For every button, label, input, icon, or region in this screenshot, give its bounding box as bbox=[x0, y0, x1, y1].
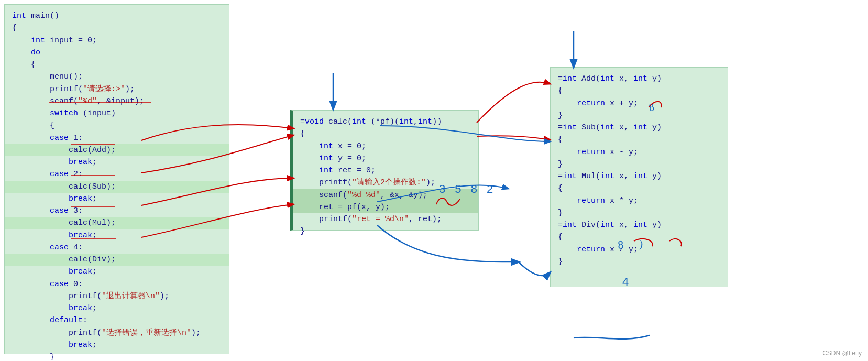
code-line: return x * y; bbox=[558, 195, 720, 207]
calc-code-panel: =void calc(int (*pf)(int,int)) { int x =… bbox=[290, 110, 479, 231]
code-line: calc(Mul); bbox=[5, 217, 229, 229]
code-line: int main() bbox=[12, 10, 222, 22]
code-line: scanf("%d %d", &x, &y); bbox=[293, 189, 478, 201]
code-line: do bbox=[12, 47, 222, 59]
code-line: printf("退出计算器\n"); bbox=[12, 290, 222, 302]
code-line: ret = pf(x, y); bbox=[293, 201, 478, 213]
code-line: } bbox=[558, 110, 720, 122]
code-line: int x = 0; bbox=[300, 140, 471, 152]
code-line: } bbox=[558, 207, 720, 219]
watermark: CSDN @Letiy bbox=[822, 349, 862, 357]
code-line: break; bbox=[12, 193, 222, 205]
code-line: { bbox=[558, 182, 720, 194]
code-line: =void calc(int (*pf)(int,int)) bbox=[300, 116, 471, 128]
code-line: { bbox=[558, 134, 720, 146]
code-line: break; bbox=[12, 339, 222, 351]
code-line: =int Add(int x, int y) bbox=[558, 73, 720, 85]
code-line: calc(Div); bbox=[5, 254, 229, 266]
funcs-code-panel: =int Add(int x, int y) { return x + y; }… bbox=[550, 67, 728, 287]
code-line: return x / y; bbox=[558, 244, 720, 256]
code-line: printf("请选择:>"); bbox=[12, 83, 222, 95]
code-line: printf("请输入2个操作数:"); bbox=[300, 177, 471, 189]
code-line: break; bbox=[12, 229, 222, 242]
code-line: break; bbox=[12, 156, 222, 168]
code-line: menu(); bbox=[12, 71, 222, 83]
code-line: return x - y; bbox=[558, 146, 720, 158]
code-line: return x + y; bbox=[558, 97, 720, 110]
code-line: } bbox=[558, 256, 720, 268]
code-line: =int Mul(int x, int y) bbox=[558, 170, 720, 182]
code-line: case 1: bbox=[12, 132, 222, 144]
code-line: default: bbox=[12, 314, 222, 326]
code-line: case 0: bbox=[12, 278, 222, 290]
code-line: break; bbox=[12, 266, 222, 278]
code-line: { bbox=[300, 128, 471, 140]
code-line: printf("选择错误，重新选择\n"); bbox=[12, 327, 222, 339]
code-line: calc(Add); bbox=[5, 144, 229, 156]
code-line: scanf("%d", &input); bbox=[12, 95, 222, 107]
main-code-panel: int main() { int input = 0; do { menu();… bbox=[4, 4, 229, 354]
code-line: break; bbox=[12, 302, 222, 314]
code-line: } bbox=[300, 225, 471, 237]
code-line: case 4: bbox=[12, 242, 222, 254]
code-line: { bbox=[12, 59, 222, 71]
code-line: } bbox=[12, 351, 222, 361]
code-line: } bbox=[558, 158, 720, 170]
code-line: =int Sub(int x, int y) bbox=[558, 122, 720, 134]
code-line: int input = 0; bbox=[12, 35, 222, 47]
code-line: { bbox=[558, 231, 720, 243]
code-line: =int Div(int x, int y) bbox=[558, 219, 720, 231]
code-line: { bbox=[12, 22, 222, 34]
code-line: switch (input) bbox=[12, 107, 222, 119]
code-line: case 3: bbox=[12, 205, 222, 217]
code-line: int ret = 0; bbox=[300, 165, 471, 177]
code-line: printf("ret = %d\n", ret); bbox=[300, 213, 471, 225]
code-line: int y = 0; bbox=[300, 152, 471, 165]
code-line: case 2: bbox=[12, 168, 222, 180]
code-line: { bbox=[12, 119, 222, 132]
code-line: calc(Sub); bbox=[5, 181, 229, 193]
code-line: { bbox=[558, 85, 720, 97]
